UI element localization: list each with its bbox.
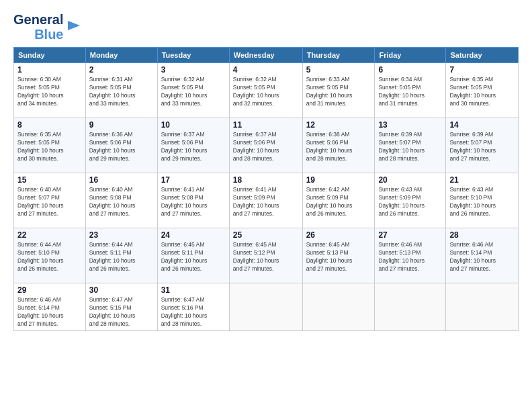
day-info: Sunrise: 6:37 AMSunset: 5:06 PMDaylight:… [233, 131, 299, 163]
calendar-cell: 3Sunrise: 6:32 AMSunset: 5:05 PMDaylight… [157, 63, 229, 118]
calendar-cell: 21Sunrise: 6:43 AMSunset: 5:10 PMDayligh… [446, 173, 519, 228]
calendar-cell: 10Sunrise: 6:37 AMSunset: 5:06 PMDayligh… [157, 118, 229, 173]
day-number: 13 [378, 120, 442, 130]
day-info: Sunrise: 6:40 AMSunset: 5:07 PMDaylight:… [17, 186, 82, 218]
calendar-cell: 29Sunrise: 6:46 AMSunset: 5:14 PMDayligh… [14, 283, 86, 331]
day-number: 17 [161, 175, 226, 185]
day-number: 8 [17, 120, 82, 130]
day-info: Sunrise: 6:44 AMSunset: 5:11 PMDaylight:… [89, 241, 154, 273]
logo-blue: Blue [34, 27, 63, 42]
logo: General Blue [13, 12, 81, 42]
day-info: Sunrise: 6:41 AMSunset: 5:09 PMDaylight:… [233, 186, 299, 218]
day-info: Sunrise: 6:47 AMSunset: 5:15 PMDaylight:… [89, 296, 154, 328]
calendar-cell: 14Sunrise: 6:39 AMSunset: 5:07 PMDayligh… [446, 118, 519, 173]
day-info: Sunrise: 6:30 AMSunset: 5:05 PMDaylight:… [17, 76, 82, 108]
calendar-cell [302, 283, 375, 331]
day-number: 11 [233, 120, 299, 130]
day-number: 27 [378, 230, 442, 240]
weekday-saturday: Saturday [446, 48, 519, 63]
day-info: Sunrise: 6:40 AMSunset: 5:08 PMDaylight:… [89, 186, 154, 218]
calendar-cell: 13Sunrise: 6:39 AMSunset: 5:07 PMDayligh… [375, 118, 446, 173]
day-number: 19 [306, 175, 371, 185]
weekday-monday: Monday [85, 48, 157, 63]
calendar-cell: 9Sunrise: 6:36 AMSunset: 5:06 PMDaylight… [85, 118, 157, 173]
day-info: Sunrise: 6:31 AMSunset: 5:05 PMDaylight:… [89, 76, 154, 108]
day-info: Sunrise: 6:43 AMSunset: 5:09 PMDaylight:… [378, 186, 442, 218]
calendar-page: General Blue SundayMondayTuesdayWednesda… [0, 0, 532, 411]
day-number: 5 [306, 65, 371, 75]
calendar-cell: 11Sunrise: 6:37 AMSunset: 5:06 PMDayligh… [229, 118, 302, 173]
calendar-body: 1Sunrise: 6:30 AMSunset: 5:05 PMDaylight… [14, 63, 519, 331]
weekday-sunday: Sunday [14, 48, 86, 63]
day-number: 7 [449, 65, 515, 75]
day-info: Sunrise: 6:34 AMSunset: 5:05 PMDaylight:… [378, 76, 442, 108]
day-number: 26 [306, 230, 371, 240]
day-number: 6 [378, 65, 442, 75]
calendar-cell: 15Sunrise: 6:40 AMSunset: 5:07 PMDayligh… [14, 173, 86, 228]
day-number: 9 [89, 120, 154, 130]
calendar-cell: 31Sunrise: 6:47 AMSunset: 5:16 PMDayligh… [157, 283, 229, 331]
day-info: Sunrise: 6:41 AMSunset: 5:08 PMDaylight:… [161, 186, 226, 218]
day-info: Sunrise: 6:43 AMSunset: 5:10 PMDaylight:… [449, 186, 515, 218]
day-number: 14 [449, 120, 515, 130]
calendar-cell: 16Sunrise: 6:40 AMSunset: 5:08 PMDayligh… [85, 173, 157, 228]
calendar-week-row: 8Sunrise: 6:35 AMSunset: 5:05 PMDaylight… [14, 118, 519, 173]
weekday-friday: Friday [375, 48, 446, 63]
day-info: Sunrise: 6:45 AMSunset: 5:12 PMDaylight:… [233, 241, 299, 273]
day-info: Sunrise: 6:42 AMSunset: 5:09 PMDaylight:… [306, 186, 371, 218]
calendar-cell: 7Sunrise: 6:35 AMSunset: 5:05 PMDaylight… [446, 63, 519, 118]
day-number: 10 [161, 120, 226, 130]
weekday-wednesday: Wednesday [229, 48, 302, 63]
day-info: Sunrise: 6:35 AMSunset: 5:05 PMDaylight:… [17, 131, 82, 163]
day-info: Sunrise: 6:39 AMSunset: 5:07 PMDaylight:… [378, 131, 442, 163]
day-number: 30 [89, 285, 154, 295]
day-number: 23 [89, 230, 154, 240]
day-number: 22 [17, 230, 82, 240]
calendar-cell: 18Sunrise: 6:41 AMSunset: 5:09 PMDayligh… [229, 173, 302, 228]
calendar-week-row: 22Sunrise: 6:44 AMSunset: 5:10 PMDayligh… [14, 228, 519, 283]
day-info: Sunrise: 6:35 AMSunset: 5:05 PMDaylight:… [449, 76, 515, 108]
calendar-cell [229, 283, 302, 331]
day-number: 18 [233, 175, 299, 185]
day-number: 20 [378, 175, 442, 185]
calendar-cell: 25Sunrise: 6:45 AMSunset: 5:12 PMDayligh… [229, 228, 302, 283]
day-number: 3 [161, 65, 226, 75]
weekday-tuesday: Tuesday [157, 48, 229, 63]
calendar-cell: 6Sunrise: 6:34 AMSunset: 5:05 PMDaylight… [375, 63, 446, 118]
day-number: 25 [233, 230, 299, 240]
day-info: Sunrise: 6:45 AMSunset: 5:11 PMDaylight:… [161, 241, 226, 273]
calendar-week-row: 29Sunrise: 6:46 AMSunset: 5:14 PMDayligh… [14, 283, 519, 331]
day-number: 16 [89, 175, 154, 185]
day-number: 29 [17, 285, 82, 295]
day-info: Sunrise: 6:32 AMSunset: 5:05 PMDaylight:… [161, 76, 226, 108]
day-number: 28 [449, 230, 515, 240]
calendar-cell: 19Sunrise: 6:42 AMSunset: 5:09 PMDayligh… [302, 173, 375, 228]
day-number: 24 [161, 230, 226, 240]
day-info: Sunrise: 6:39 AMSunset: 5:07 PMDaylight:… [449, 131, 515, 163]
day-number: 1 [17, 65, 82, 75]
calendar-cell: 27Sunrise: 6:46 AMSunset: 5:13 PMDayligh… [375, 228, 446, 283]
day-info: Sunrise: 6:32 AMSunset: 5:05 PMDaylight:… [233, 76, 299, 108]
day-info: Sunrise: 6:47 AMSunset: 5:16 PMDaylight:… [161, 296, 226, 328]
day-number: 4 [233, 65, 299, 75]
calendar-cell: 30Sunrise: 6:47 AMSunset: 5:15 PMDayligh… [85, 283, 157, 331]
day-number: 15 [17, 175, 82, 185]
calendar-cell: 1Sunrise: 6:30 AMSunset: 5:05 PMDaylight… [14, 63, 86, 118]
calendar-cell: 24Sunrise: 6:45 AMSunset: 5:11 PMDayligh… [157, 228, 229, 283]
calendar-cell: 17Sunrise: 6:41 AMSunset: 5:08 PMDayligh… [157, 173, 229, 228]
calendar-cell: 22Sunrise: 6:44 AMSunset: 5:10 PMDayligh… [14, 228, 86, 283]
day-info: Sunrise: 6:46 AMSunset: 5:14 PMDaylight:… [17, 296, 82, 328]
day-info: Sunrise: 6:46 AMSunset: 5:14 PMDaylight:… [449, 241, 515, 273]
calendar-cell: 20Sunrise: 6:43 AMSunset: 5:09 PMDayligh… [375, 173, 446, 228]
logo-arrow-icon [66, 18, 81, 33]
calendar-table: SundayMondayTuesdayWednesdayThursdayFrid… [13, 47, 519, 331]
calendar-cell: 28Sunrise: 6:46 AMSunset: 5:14 PMDayligh… [446, 228, 519, 283]
calendar-cell: 8Sunrise: 6:35 AMSunset: 5:05 PMDaylight… [14, 118, 86, 173]
calendar-week-row: 1Sunrise: 6:30 AMSunset: 5:05 PMDaylight… [14, 63, 519, 118]
calendar-cell: 23Sunrise: 6:44 AMSunset: 5:11 PMDayligh… [85, 228, 157, 283]
day-number: 12 [306, 120, 371, 130]
calendar-cell [375, 283, 446, 331]
svg-marker-0 [68, 21, 80, 30]
day-info: Sunrise: 6:37 AMSunset: 5:06 PMDaylight:… [161, 131, 226, 163]
day-info: Sunrise: 6:38 AMSunset: 5:06 PMDaylight:… [306, 131, 371, 163]
